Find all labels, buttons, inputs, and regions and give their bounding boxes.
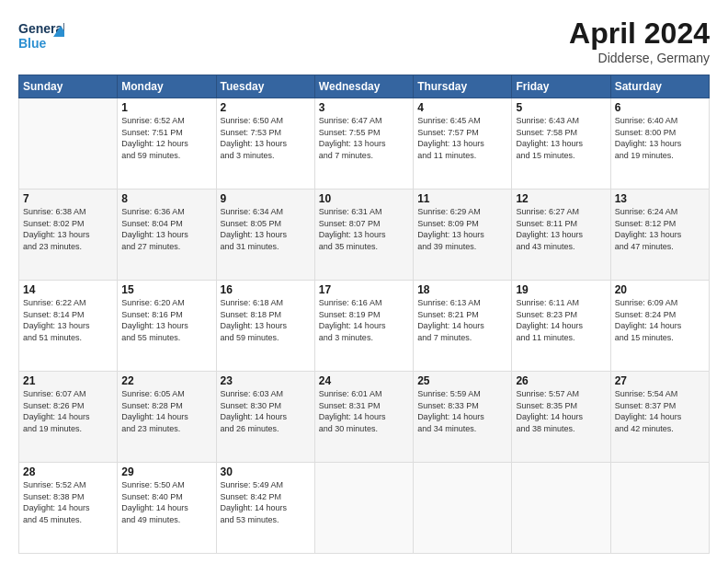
logo-svg: General Blue xyxy=(18,17,64,53)
day-number: 20 xyxy=(615,283,705,296)
calendar-cell: 9Sunrise: 6:34 AM Sunset: 8:05 PM Daylig… xyxy=(216,190,314,281)
col-saturday: Saturday xyxy=(610,75,709,98)
day-number: 13 xyxy=(615,192,705,205)
col-sunday: Sunday xyxy=(19,75,118,98)
day-detail: Sunrise: 5:54 AM Sunset: 8:37 PM Dayligh… xyxy=(615,388,705,434)
calendar-cell: 18Sunrise: 6:13 AM Sunset: 8:21 PM Dayli… xyxy=(414,281,512,372)
calendar-week-3: 21Sunrise: 6:07 AM Sunset: 8:26 PM Dayli… xyxy=(19,372,710,463)
day-number: 12 xyxy=(516,192,606,205)
day-number: 28 xyxy=(23,465,113,478)
calendar-cell: 14Sunrise: 6:22 AM Sunset: 8:14 PM Dayli… xyxy=(19,281,118,372)
svg-text:Blue: Blue xyxy=(18,36,47,51)
calendar-cell: 5Sunrise: 6:43 AM Sunset: 7:58 PM Daylig… xyxy=(512,98,610,190)
calendar-cell: 2Sunrise: 6:50 AM Sunset: 7:53 PM Daylig… xyxy=(216,98,314,190)
calendar-cell: 23Sunrise: 6:03 AM Sunset: 8:30 PM Dayli… xyxy=(216,372,314,463)
page: General Blue April 2024 Didderse, German… xyxy=(0,0,728,563)
day-detail: Sunrise: 5:49 AM Sunset: 8:42 PM Dayligh… xyxy=(221,479,311,525)
day-number: 4 xyxy=(417,101,507,114)
day-number: 25 xyxy=(417,374,507,387)
calendar-cell: 20Sunrise: 6:09 AM Sunset: 8:24 PM Dayli… xyxy=(610,281,709,372)
day-detail: Sunrise: 6:45 AM Sunset: 7:57 PM Dayligh… xyxy=(417,115,507,161)
calendar-cell xyxy=(610,463,709,554)
calendar-cell: 15Sunrise: 6:20 AM Sunset: 8:16 PM Dayli… xyxy=(118,281,216,372)
calendar-cell: 28Sunrise: 5:52 AM Sunset: 8:38 PM Dayli… xyxy=(19,463,118,554)
day-number: 26 xyxy=(516,374,606,387)
day-number: 8 xyxy=(121,192,211,205)
calendar-cell xyxy=(314,463,413,554)
calendar-cell: 19Sunrise: 6:11 AM Sunset: 8:23 PM Dayli… xyxy=(512,281,610,372)
calendar-week-4: 28Sunrise: 5:52 AM Sunset: 8:38 PM Dayli… xyxy=(19,463,710,554)
day-detail: Sunrise: 6:29 AM Sunset: 8:09 PM Dayligh… xyxy=(417,206,507,252)
logo: General Blue xyxy=(18,17,64,53)
day-number: 22 xyxy=(121,374,211,387)
day-detail: Sunrise: 6:03 AM Sunset: 8:30 PM Dayligh… xyxy=(221,388,311,434)
day-detail: Sunrise: 6:11 AM Sunset: 8:23 PM Dayligh… xyxy=(516,297,606,343)
calendar-week-0: 1Sunrise: 6:52 AM Sunset: 7:51 PM Daylig… xyxy=(19,98,710,190)
calendar-cell: 7Sunrise: 6:38 AM Sunset: 8:02 PM Daylig… xyxy=(19,190,118,281)
day-detail: Sunrise: 6:07 AM Sunset: 8:26 PM Dayligh… xyxy=(23,388,113,434)
page-subtitle: Didderse, Germany xyxy=(569,51,710,65)
day-number: 19 xyxy=(516,283,606,296)
calendar-cell: 26Sunrise: 5:57 AM Sunset: 8:35 PM Dayli… xyxy=(512,372,610,463)
day-detail: Sunrise: 6:43 AM Sunset: 7:58 PM Dayligh… xyxy=(516,115,606,161)
day-number: 23 xyxy=(221,374,311,387)
day-detail: Sunrise: 6:36 AM Sunset: 8:04 PM Dayligh… xyxy=(121,206,211,252)
title-block: April 2024 Didderse, Germany xyxy=(569,17,710,65)
calendar-cell: 6Sunrise: 6:40 AM Sunset: 8:00 PM Daylig… xyxy=(610,98,709,190)
calendar-cell: 10Sunrise: 6:31 AM Sunset: 8:07 PM Dayli… xyxy=(314,190,413,281)
day-number: 15 xyxy=(121,283,211,296)
day-number: 16 xyxy=(221,283,311,296)
calendar-cell: 11Sunrise: 6:29 AM Sunset: 8:09 PM Dayli… xyxy=(414,190,512,281)
day-detail: Sunrise: 6:09 AM Sunset: 8:24 PM Dayligh… xyxy=(615,297,705,343)
day-detail: Sunrise: 6:47 AM Sunset: 7:55 PM Dayligh… xyxy=(319,115,409,161)
col-wednesday: Wednesday xyxy=(314,75,413,98)
col-friday: Friday xyxy=(512,75,610,98)
calendar-cell: 13Sunrise: 6:24 AM Sunset: 8:12 PM Dayli… xyxy=(610,190,709,281)
calendar-cell xyxy=(512,463,610,554)
day-detail: Sunrise: 6:27 AM Sunset: 8:11 PM Dayligh… xyxy=(516,206,606,252)
day-detail: Sunrise: 6:20 AM Sunset: 8:16 PM Dayligh… xyxy=(121,297,211,343)
calendar-table: Sunday Monday Tuesday Wednesday Thursday… xyxy=(18,75,710,554)
calendar-week-2: 14Sunrise: 6:22 AM Sunset: 8:14 PM Dayli… xyxy=(19,281,710,372)
calendar-cell: 22Sunrise: 6:05 AM Sunset: 8:28 PM Dayli… xyxy=(118,372,216,463)
col-tuesday: Tuesday xyxy=(216,75,314,98)
day-detail: Sunrise: 6:38 AM Sunset: 8:02 PM Dayligh… xyxy=(23,206,113,252)
col-thursday: Thursday xyxy=(414,75,512,98)
header: General Blue April 2024 Didderse, German… xyxy=(18,17,710,65)
calendar-cell: 16Sunrise: 6:18 AM Sunset: 8:18 PM Dayli… xyxy=(216,281,314,372)
day-detail: Sunrise: 6:50 AM Sunset: 7:53 PM Dayligh… xyxy=(221,115,311,161)
day-detail: Sunrise: 6:16 AM Sunset: 8:19 PM Dayligh… xyxy=(319,297,409,343)
day-number: 10 xyxy=(319,192,409,205)
day-number: 5 xyxy=(516,101,606,114)
day-detail: Sunrise: 6:01 AM Sunset: 8:31 PM Dayligh… xyxy=(319,388,409,434)
calendar-cell: 1Sunrise: 6:52 AM Sunset: 7:51 PM Daylig… xyxy=(118,98,216,190)
calendar-cell: 29Sunrise: 5:50 AM Sunset: 8:40 PM Dayli… xyxy=(118,463,216,554)
day-detail: Sunrise: 6:34 AM Sunset: 8:05 PM Dayligh… xyxy=(221,206,311,252)
day-number: 14 xyxy=(23,283,113,296)
day-detail: Sunrise: 6:05 AM Sunset: 8:28 PM Dayligh… xyxy=(121,388,211,434)
day-detail: Sunrise: 5:52 AM Sunset: 8:38 PM Dayligh… xyxy=(23,479,113,525)
day-detail: Sunrise: 6:22 AM Sunset: 8:14 PM Dayligh… xyxy=(23,297,113,343)
day-number: 29 xyxy=(121,465,211,478)
day-number: 7 xyxy=(23,192,113,205)
day-number: 27 xyxy=(615,374,705,387)
day-number: 1 xyxy=(121,101,211,114)
day-number: 2 xyxy=(221,101,311,114)
calendar-cell: 24Sunrise: 6:01 AM Sunset: 8:31 PM Dayli… xyxy=(314,372,413,463)
calendar-cell: 27Sunrise: 5:54 AM Sunset: 8:37 PM Dayli… xyxy=(610,372,709,463)
calendar-cell: 4Sunrise: 6:45 AM Sunset: 7:57 PM Daylig… xyxy=(414,98,512,190)
header-row: Sunday Monday Tuesday Wednesday Thursday… xyxy=(19,75,710,98)
calendar-cell: 25Sunrise: 5:59 AM Sunset: 8:33 PM Dayli… xyxy=(414,372,512,463)
day-detail: Sunrise: 6:52 AM Sunset: 7:51 PM Dayligh… xyxy=(121,115,211,161)
calendar-cell: 21Sunrise: 6:07 AM Sunset: 8:26 PM Dayli… xyxy=(19,372,118,463)
calendar-cell xyxy=(19,98,118,190)
day-number: 6 xyxy=(615,101,705,114)
col-monday: Monday xyxy=(118,75,216,98)
day-detail: Sunrise: 6:31 AM Sunset: 8:07 PM Dayligh… xyxy=(319,206,409,252)
day-number: 21 xyxy=(23,374,113,387)
day-number: 3 xyxy=(319,101,409,114)
day-detail: Sunrise: 6:18 AM Sunset: 8:18 PM Dayligh… xyxy=(221,297,311,343)
calendar-cell: 30Sunrise: 5:49 AM Sunset: 8:42 PM Dayli… xyxy=(216,463,314,554)
calendar-cell xyxy=(414,463,512,554)
calendar-cell: 12Sunrise: 6:27 AM Sunset: 8:11 PM Dayli… xyxy=(512,190,610,281)
